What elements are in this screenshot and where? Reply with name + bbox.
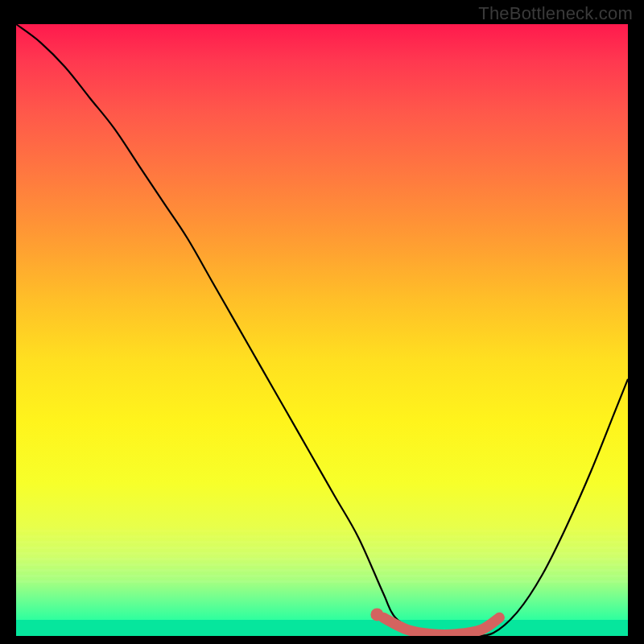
highlight-segment [383, 617, 499, 634]
highlight-dot [370, 608, 383, 621]
attribution-text: TheBottleneck.com [478, 3, 633, 24]
chart-area [16, 24, 628, 636]
bottleneck-curve [16, 24, 628, 636]
chart-svg [16, 24, 628, 636]
